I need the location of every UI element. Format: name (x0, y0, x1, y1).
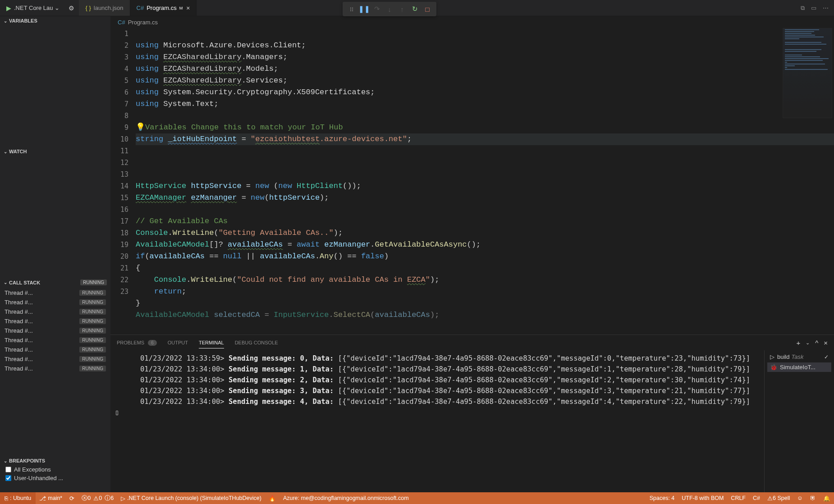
tab-label: launch.json (94, 5, 124, 11)
play-icon: ▶ (6, 5, 11, 12)
terminal-item-build[interactable]: ▷ build Task ✓ (767, 352, 831, 362)
encoding[interactable]: UTF-8 with BOM (678, 495, 727, 501)
thread-row[interactable]: Thread #...RUNNING (0, 345, 110, 354)
step-over-button[interactable]: ↷ (371, 3, 383, 15)
spell-check[interactable]: ⚠ 6 Spell (764, 495, 793, 502)
step-out-button[interactable]: ↑ (396, 3, 408, 15)
error-icon: ⓧ (82, 495, 87, 502)
gear-icon[interactable]: ⚙ (69, 5, 74, 12)
warning-icon: ⚠ (767, 495, 773, 502)
thread-row[interactable]: Thread #...RUNNING (0, 288, 110, 298)
breakpoint-all-exceptions[interactable]: All Exceptions (0, 465, 110, 474)
checkbox[interactable] (5, 475, 11, 481)
debug-launch[interactable]: ▷ .NET Core Launch (console) (SimulateIo… (117, 492, 265, 504)
breakpoint-user-unhandled[interactable]: User-Unhandled ... (0, 474, 110, 482)
pause-button[interactable]: ❚❚ (358, 3, 371, 15)
checkbox[interactable] (5, 467, 11, 472)
step-into-button[interactable]: ↓ (383, 3, 396, 15)
term-label: SimulateIoT... (780, 364, 816, 371)
variables-label: VARIABLES (9, 18, 37, 23)
azure-account[interactable]: Azure: me@codingflamingogmail.onmicrosof… (280, 492, 412, 504)
feedback-icon[interactable]: ☺ (793, 495, 807, 501)
minimap[interactable] (783, 28, 832, 118)
thread-status-badge: RUNNING (79, 366, 106, 371)
layout-icon[interactable]: ▭ (811, 5, 816, 11)
panel-tab-terminal[interactable]: TERMINAL (199, 337, 224, 348)
line-gutter: 1234567891011121314151617181920212223 (110, 28, 136, 334)
thread-name: Thread #... (5, 299, 79, 306)
terminal-item-simulate[interactable]: 🐞 SimulateIoT... (767, 362, 831, 372)
notifications-icon[interactable]: 🔔 (820, 495, 834, 502)
callstack-label: CALL STACK (9, 280, 40, 285)
chevron-down-icon: ⌄ (55, 5, 60, 11)
editor-tabs: { } launch.json C# Program.cs M × (79, 0, 197, 16)
thread-status-badge: RUNNING (79, 347, 106, 353)
callstack-header[interactable]: ⌄ CALL STACK RUNNING (0, 278, 110, 287)
terminal-output[interactable]: 01/23/2022 13:33:59> Sending message: 0,… (110, 350, 764, 492)
bp-label: All Exceptions (14, 466, 51, 473)
live-share[interactable]: 🔥 (265, 492, 280, 504)
code-editor[interactable]: using Microsoft.Azure.Devices.Client; us… (136, 28, 834, 334)
language-mode[interactable]: C# (749, 495, 764, 501)
callstack-status-badge: RUNNING (80, 279, 107, 285)
indentation[interactable]: Spaces: 4 (646, 495, 678, 501)
thread-row[interactable]: Thread #...RUNNING (0, 354, 110, 364)
git-branch[interactable]: ⎇ main* (36, 492, 66, 504)
close-icon[interactable]: × (186, 5, 190, 12)
drag-handle-icon[interactable]: ⁞⁞ (345, 3, 358, 15)
breadcrumb[interactable]: C# Program.cs (110, 16, 834, 28)
sync-button[interactable]: ⟳ (66, 492, 78, 504)
remote-indicator[interactable]: ⎘ : Ubuntu (0, 492, 36, 504)
breakpoints-header[interactable]: ⌄ BREAKPOINTS (0, 456, 110, 465)
thread-name: Thread #... (5, 337, 79, 344)
watch-header[interactable]: ⌄ WATCH (0, 147, 110, 156)
title-bar: ▶ .NET Core Lau ⌄ ⚙ { } launch.json C# P… (0, 0, 834, 16)
thread-row[interactable]: Thread #...RUNNING (0, 326, 110, 335)
stop-button[interactable]: □ (421, 3, 434, 15)
thread-name: Thread #... (5, 356, 79, 362)
editor-area: C# Program.cs 12345678910111213141516171… (110, 16, 834, 492)
tab-label: Program.cs (147, 5, 176, 11)
close-panel-icon[interactable]: × (824, 339, 828, 347)
status-bar: ⎘ : Ubuntu ⎇ main* ⟳ ⓧ 0 ⚠ 0 ⓘ 6 ▷ .NET … (0, 492, 834, 504)
split-icon[interactable]: ⧉ (801, 5, 805, 12)
debug-sidebar: ⌄ VARIABLES ⌄ WATCH ⌄ CALL STACK RUNNING… (0, 16, 110, 492)
panel-tab-debug-console[interactable]: DEBUG CONSOLE (235, 337, 278, 348)
branch-label: main* (48, 495, 62, 501)
thread-row[interactable]: Thread #...RUNNING (0, 364, 110, 373)
bug-icon: 🐞 (770, 364, 777, 371)
breakpoints-label: BREAKPOINTS (9, 458, 45, 463)
run-config-selector[interactable]: ▶ .NET Core Lau ⌄ (2, 2, 64, 14)
thread-name: Thread #... (5, 327, 79, 334)
tab-launch-json[interactable]: { } launch.json (79, 0, 130, 16)
run-config-label: .NET Core Lau (14, 5, 53, 11)
more-icon[interactable]: ⋯ (823, 5, 829, 11)
thread-row[interactable]: Thread #...RUNNING (0, 298, 110, 307)
bottom-panel: PROBLEMS 6 OUTPUT TERMINAL DEBUG CONSOLE… (110, 334, 834, 492)
terminal-dropdown-icon[interactable]: ⌄ (806, 340, 810, 346)
thread-row[interactable]: Thread #...RUNNING (0, 316, 110, 326)
new-terminal-button[interactable]: + (796, 339, 800, 347)
thread-row[interactable]: Thread #...RUNNING (0, 335, 110, 345)
cs-icon: C# (118, 19, 125, 26)
variables-header[interactable]: ⌄ VARIABLES (0, 16, 110, 25)
thread-name: Thread #... (5, 318, 79, 325)
thread-name: Thread #... (5, 289, 79, 296)
branch-icon: ⎇ (39, 495, 46, 502)
chevron-down-icon: ⌄ (4, 280, 7, 285)
warning-icon: ⚠ (93, 495, 99, 502)
tab-program-cs[interactable]: C# Program.cs M × (130, 0, 197, 16)
eol[interactable]: CRLF (727, 495, 749, 501)
trusted-icon[interactable]: ⛨ (807, 495, 820, 501)
run-icon: ▷ (770, 353, 774, 360)
panel-tab-output[interactable]: OUTPUT (168, 337, 188, 348)
maximize-panel-icon[interactable]: ^ (815, 339, 818, 347)
thread-row[interactable]: Thread #...RUNNING (0, 307, 110, 316)
restart-button[interactable]: ↻ (408, 3, 421, 15)
thread-status-badge: RUNNING (79, 356, 106, 362)
thread-status-badge: RUNNING (79, 290, 106, 296)
info-icon: ⓘ (105, 495, 110, 502)
panel-tab-problems[interactable]: PROBLEMS 6 (117, 337, 157, 348)
thread-status-badge: RUNNING (79, 318, 106, 324)
diagnostics[interactable]: ⓧ 0 ⚠ 0 ⓘ 6 (78, 492, 117, 504)
